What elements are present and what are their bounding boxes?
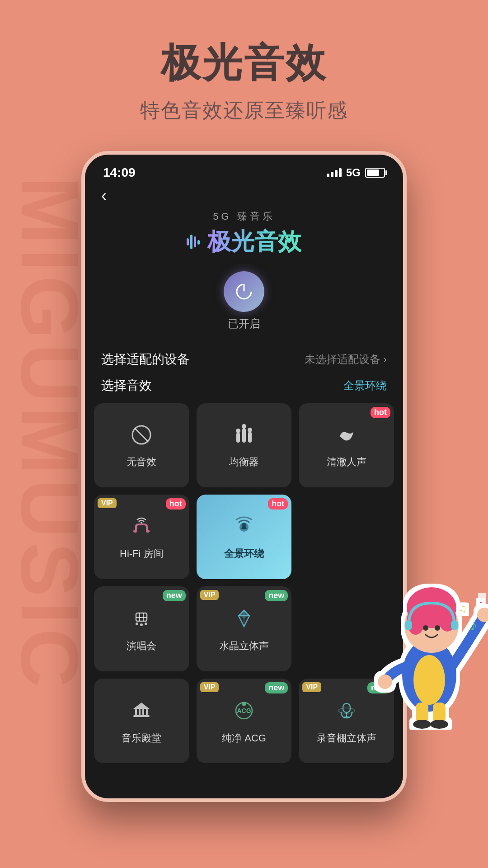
svg-rect-0 <box>187 238 189 245</box>
concert-name: 演唱会 <box>127 639 156 653</box>
back-button[interactable]: ‹ <box>85 186 403 205</box>
svg-rect-53 <box>451 620 458 630</box>
svg-point-45 <box>413 655 445 705</box>
sub-title: 特色音效还原至臻听感 <box>0 97 488 124</box>
svg-text:ACG: ACG <box>237 707 251 714</box>
signal-icon <box>327 168 342 177</box>
studio-icon <box>335 699 358 727</box>
effect-card-concert[interactable]: 演唱会 new <box>94 586 189 671</box>
svg-rect-15 <box>146 530 150 533</box>
svg-point-19 <box>242 523 246 526</box>
concert-badge: new <box>163 590 186 601</box>
svg-point-12 <box>242 424 246 429</box>
phone-mockup: 14:09 5G ‹ 5G 臻音乐 <box>0 151 488 802</box>
effect-card-temple[interactable]: 音乐殿堂 <box>94 679 189 764</box>
acg-vip-badge: VIP <box>200 682 219 692</box>
temple-name: 音乐殿堂 <box>122 731 161 745</box>
effect-card-equalizer[interactable]: 均衡器 <box>197 403 292 487</box>
chevron-icon: › <box>383 353 387 366</box>
battery-icon <box>365 168 385 178</box>
svg-point-62 <box>430 720 448 729</box>
effect-card-surround[interactable]: 全景环绕 hot <box>197 495 292 580</box>
equalizer-icon <box>233 424 255 451</box>
svg-point-61 <box>413 720 431 729</box>
svg-point-49 <box>438 606 456 632</box>
hifi-vip-badge: VIP <box>98 498 117 508</box>
logo-label: 5G 臻音乐 <box>85 210 403 223</box>
studio-vip-badge: VIP <box>302 682 321 692</box>
studio-badge: new <box>367 682 390 693</box>
effect-card-crystal[interactable]: VIP 水晶立体声 new <box>197 586 292 671</box>
svg-point-46 <box>404 599 459 653</box>
vocal-badge: hot <box>371 407 390 418</box>
status-time: 14:09 <box>103 165 136 180</box>
logo-main: 极光音效 <box>85 226 403 258</box>
back-arrow-icon: ‹ <box>101 186 107 205</box>
svg-point-51 <box>435 625 440 631</box>
logo-wave-icon <box>187 233 203 251</box>
svg-marker-36 <box>133 703 150 709</box>
concert-icon <box>130 607 153 635</box>
effect-card-studio[interactable]: VIP 录音棚立体声 new <box>299 679 394 764</box>
svg-rect-9 <box>242 428 246 443</box>
svg-point-39 <box>242 703 246 706</box>
svg-text:♩: ♩ <box>479 595 483 605</box>
svg-text:♫: ♫ <box>459 602 467 614</box>
vocal-icon <box>335 424 358 451</box>
effects-grid: 无音效 均衡器 <box>85 403 403 798</box>
svg-point-26 <box>145 623 147 625</box>
crystal-vip-badge: VIP <box>200 590 219 600</box>
hifi-name: Hi-Fi 房间 <box>120 547 164 561</box>
device-row[interactable]: 选择适配的设备 未选择适配设备 › <box>85 338 403 373</box>
svg-point-16 <box>141 522 142 524</box>
effect-label: 选择音效 <box>101 377 152 394</box>
equalizer-name: 均衡器 <box>229 455 259 469</box>
svg-rect-3 <box>197 240 200 245</box>
hifi-badge: hot <box>166 498 186 509</box>
status-right: 5G <box>327 166 385 179</box>
signal-label: 5G <box>346 166 361 179</box>
status-bar: 14:09 5G <box>85 155 403 184</box>
acg-badge: new <box>265 682 288 693</box>
power-button[interactable] <box>224 271 264 312</box>
main-title: 极光音效 <box>0 36 488 90</box>
studio-name: 录音棚立体声 <box>317 731 376 745</box>
device-status[interactable]: 未选择适配设备 › <box>305 352 387 367</box>
svg-point-47 <box>407 587 456 628</box>
no-effect-name: 无音效 <box>127 455 156 469</box>
svg-rect-10 <box>248 432 252 443</box>
svg-point-24 <box>136 623 138 625</box>
svg-point-11 <box>236 429 240 433</box>
effect-active-label: 全景环绕 <box>343 378 387 393</box>
svg-point-48 <box>407 608 425 635</box>
svg-point-44 <box>402 639 456 712</box>
surround-name: 全景环绕 <box>224 547 264 561</box>
logo-text: 极光音效 <box>207 226 301 258</box>
effect-card-acg[interactable]: VIP ACG 纯净 ACG new <box>197 679 292 764</box>
svg-line-7 <box>135 429 148 441</box>
effect-header: 选择音效 全景环绕 <box>85 373 403 403</box>
svg-rect-59 <box>416 703 428 723</box>
power-area[interactable]: 已开启 <box>85 271 403 331</box>
effect-card-vocal[interactable]: 清澈人声 hot <box>299 403 394 487</box>
temple-icon <box>130 699 153 727</box>
no-effect-icon <box>130 424 153 451</box>
svg-rect-2 <box>194 236 196 247</box>
power-icon <box>234 282 254 302</box>
svg-point-54 <box>477 608 488 622</box>
crystal-name: 水晶立体声 <box>219 639 269 653</box>
acg-icon: ACG <box>232 699 256 727</box>
vocal-name: 清澈人声 <box>327 455 366 469</box>
svg-rect-31 <box>133 715 150 717</box>
effect-card-no-effect[interactable]: 无音效 <box>94 403 189 487</box>
svg-point-50 <box>423 625 428 631</box>
crystal-icon <box>232 607 256 635</box>
acg-name: 纯净 ACG <box>222 731 266 745</box>
svg-rect-60 <box>433 703 446 723</box>
power-status: 已开启 <box>228 316 260 331</box>
svg-text:♪: ♪ <box>470 617 477 633</box>
svg-point-25 <box>140 623 143 626</box>
svg-rect-35 <box>146 709 148 715</box>
effect-card-hifi[interactable]: VIP Hi-Fi 房间 hot <box>94 495 189 580</box>
logo-area: 5G 臻音乐 极光音效 <box>85 210 403 258</box>
